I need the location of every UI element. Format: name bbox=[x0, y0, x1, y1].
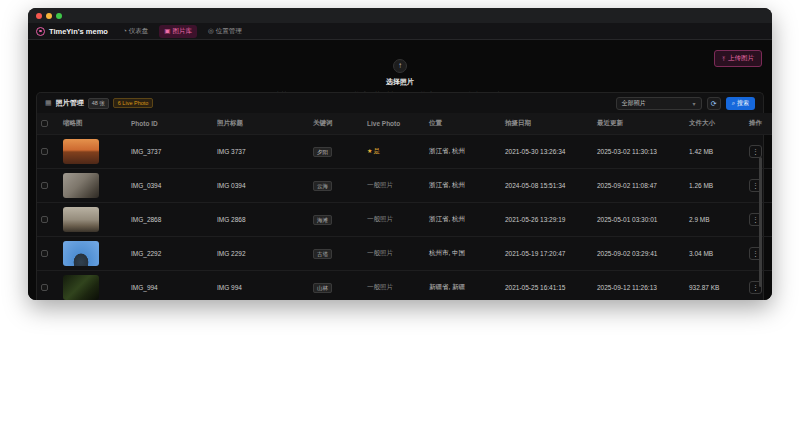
photo-thumbnail[interactable] bbox=[63, 241, 99, 266]
refresh-icon: ⟳ bbox=[711, 100, 717, 107]
panel-title: 照片管理 bbox=[56, 98, 84, 108]
row-checkbox[interactable] bbox=[41, 182, 48, 189]
live-photo-no: 一般照片 bbox=[367, 215, 393, 222]
keyword-badge: 云海 bbox=[313, 181, 332, 191]
shot-date: 2021-05-30 13:26:34 bbox=[505, 148, 565, 155]
upload-photos-button[interactable]: ⤒ 上传图片 bbox=[714, 50, 762, 67]
top-navbar: TimeYin's memo ◔ 仪表盘 ▣ 图片库 ◎ 位置管理 bbox=[28, 23, 772, 40]
photo-id: IMG_994 bbox=[131, 284, 158, 291]
star-icon: ★ bbox=[367, 148, 372, 154]
upload-icon: ⤒ bbox=[722, 55, 725, 63]
header-shot-date: 拍摄日期 bbox=[501, 113, 593, 135]
ellipsis-icon: ⋮ bbox=[752, 216, 759, 223]
row-checkbox[interactable] bbox=[41, 148, 48, 155]
nav-item-label: 位置管理 bbox=[216, 27, 242, 36]
grid-icon: ▦ bbox=[45, 99, 52, 107]
ellipsis-icon: ⋮ bbox=[752, 250, 759, 257]
toolbar-left: ▦ 照片管理 48 张 6 Live Photo bbox=[45, 98, 153, 109]
nav-item-locations[interactable]: ◎ 位置管理 bbox=[203, 25, 247, 38]
header-keyword: 关键词 bbox=[309, 113, 363, 135]
shot-date: 2021-05-19 17:20:47 bbox=[505, 250, 565, 257]
select-all-checkbox[interactable] bbox=[41, 120, 48, 127]
header-photo-id: Photo ID bbox=[127, 113, 213, 135]
photo-table: 缩略图 Photo ID 照片标题 关键词 Live Photo 位置 拍摄日期… bbox=[37, 113, 772, 300]
photo-thumbnail[interactable] bbox=[63, 207, 99, 232]
brand-logo-icon bbox=[36, 27, 45, 36]
updated-date: 2025-05-01 03:30:01 bbox=[597, 216, 657, 223]
photo-location: 浙江省, 杭州 bbox=[429, 215, 465, 222]
photo-location: 浙江省, 杭州 bbox=[429, 147, 465, 154]
header-updated: 最近更新 bbox=[593, 113, 685, 135]
nav-items: ◔ 仪表盘 ▣ 图片库 ◎ 位置管理 bbox=[118, 25, 247, 38]
photo-id: IMG_2292 bbox=[131, 250, 161, 257]
ellipsis-icon: ⋮ bbox=[752, 284, 759, 291]
live-photo-no: 一般照片 bbox=[367, 249, 393, 256]
photo-location: 杭州市, 中国 bbox=[429, 249, 465, 256]
cloud-upload-icon: ↑ bbox=[393, 59, 407, 73]
file-size: 3.04 MB bbox=[689, 250, 713, 257]
shot-date: 2021-05-26 13:29:19 bbox=[505, 216, 565, 223]
map-pin-icon: ◎ bbox=[208, 28, 214, 35]
keyword-badge: 海滩 bbox=[313, 215, 332, 225]
keyword-badge: 山林 bbox=[313, 283, 332, 293]
photo-title: IMG 2292 bbox=[217, 250, 246, 257]
table-row: IMG_0394IMG 0394云海一般照片浙江省, 杭州2024-05-08 … bbox=[37, 169, 772, 203]
header-title: 照片标题 bbox=[213, 113, 309, 135]
shot-date: 2024-05-08 15:51:34 bbox=[505, 182, 565, 189]
file-size: 1.26 MB bbox=[689, 182, 713, 189]
photo-thumbnail[interactable] bbox=[63, 139, 99, 164]
live-photo-count-badge: 6 Live Photo bbox=[113, 98, 154, 108]
search-icon: ⌕ bbox=[732, 100, 735, 107]
live-photo-yes: ★是 bbox=[367, 147, 380, 154]
photo-thumbnail[interactable] bbox=[63, 275, 99, 300]
updated-date: 2025-09-12 11:26:13 bbox=[597, 284, 657, 291]
ellipsis-icon: ⋮ bbox=[752, 148, 759, 155]
file-size: 2.9 MB bbox=[689, 216, 710, 223]
updated-date: 2025-09-02 11:08:47 bbox=[597, 182, 657, 189]
photo-id: IMG_2868 bbox=[131, 216, 161, 223]
live-photo-no: 一般照片 bbox=[367, 283, 393, 290]
brand: TimeYin's memo bbox=[36, 27, 108, 36]
photo-filter-select[interactable]: 全部照片 ▾ bbox=[616, 97, 702, 110]
row-checkbox[interactable] bbox=[41, 284, 48, 291]
upload-title: 选择照片 bbox=[28, 77, 772, 87]
updated-date: 2025-03-02 11:30:13 bbox=[597, 148, 657, 155]
search-button-label: 搜索 bbox=[737, 99, 749, 108]
photo-title: IMG 2868 bbox=[217, 216, 246, 223]
refresh-button[interactable]: ⟳ bbox=[707, 97, 721, 110]
brand-name: TimeYin's memo bbox=[49, 27, 108, 36]
maximize-window-button[interactable] bbox=[56, 13, 62, 19]
window-titlebar bbox=[28, 8, 772, 23]
chevron-down-icon: ▾ bbox=[693, 100, 696, 107]
row-checkbox[interactable] bbox=[41, 216, 48, 223]
nav-item-label: 图片库 bbox=[172, 27, 192, 36]
updated-date: 2025-09-02 03:29:41 bbox=[597, 250, 657, 257]
row-checkbox[interactable] bbox=[41, 250, 48, 257]
table-header-row: 缩略图 Photo ID 照片标题 关键词 Live Photo 位置 拍摄日期… bbox=[37, 113, 772, 135]
nav-item-label: 仪表盘 bbox=[129, 27, 149, 36]
upload-button-label: 上传图片 bbox=[728, 54, 754, 63]
photo-count-badge: 48 张 bbox=[88, 98, 109, 109]
file-size: 932.87 KB bbox=[689, 284, 719, 291]
table-scrollbar[interactable] bbox=[759, 157, 762, 287]
close-window-button[interactable] bbox=[36, 13, 42, 19]
nav-item-dashboard[interactable]: ◔ 仪表盘 bbox=[118, 25, 153, 38]
minimize-window-button[interactable] bbox=[46, 13, 52, 19]
photo-management-panel: ▦ 照片管理 48 张 6 Live Photo 全部照片 ▾ ⟳ ⌕ 搜索 bbox=[36, 92, 764, 300]
upload-dropzone[interactable]: ↑ 选择照片 支持 JPEG、PNG、HEIC 格式图片，以及 MOV 格式 L… bbox=[28, 40, 772, 100]
photo-location: 新疆省, 新疆 bbox=[429, 283, 465, 290]
filter-selected-value: 全部照片 bbox=[622, 99, 646, 108]
app-window: TimeYin's memo ◔ 仪表盘 ▣ 图片库 ◎ 位置管理 ⤒ 上传图片… bbox=[28, 8, 772, 300]
header-live-photo: Live Photo bbox=[363, 113, 425, 135]
keyword-badge: 古塔 bbox=[313, 249, 332, 259]
shot-date: 2021-05-25 16:41:15 bbox=[505, 284, 565, 291]
main-content: ⤒ 上传图片 ↑ 选择照片 支持 JPEG、PNG、HEIC 格式图片，以及 M… bbox=[28, 40, 772, 300]
photo-title: IMG 3737 bbox=[217, 148, 246, 155]
search-button[interactable]: ⌕ 搜索 bbox=[726, 97, 755, 110]
image-icon: ▣ bbox=[164, 28, 170, 35]
photo-thumbnail[interactable] bbox=[63, 173, 99, 198]
photo-id: IMG_0394 bbox=[131, 182, 161, 189]
photo-id: IMG_3737 bbox=[131, 148, 161, 155]
nav-item-gallery[interactable]: ▣ 图片库 bbox=[159, 25, 197, 38]
photo-location: 浙江省, 杭州 bbox=[429, 181, 465, 188]
